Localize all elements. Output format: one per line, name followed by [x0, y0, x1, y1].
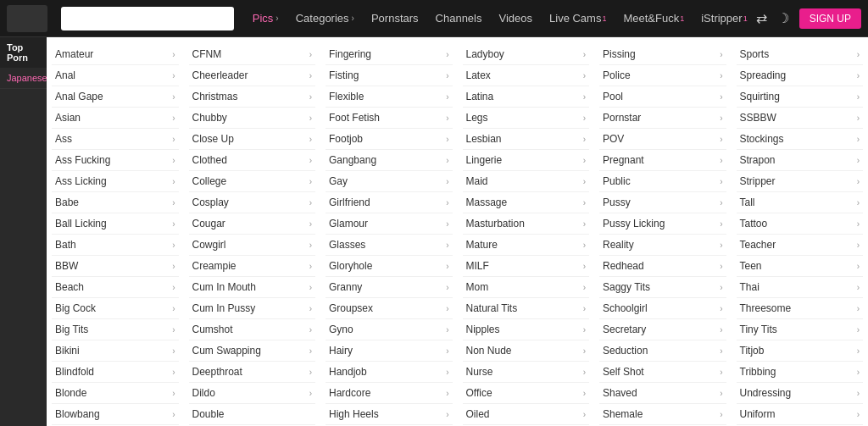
cat-item[interactable]: MILF› — [463, 256, 590, 277]
cat-item[interactable]: Undressing› — [737, 383, 864, 404]
cat-item[interactable]: Latina› — [463, 86, 590, 108]
nav-istripper[interactable]: iStripper1 — [693, 0, 755, 37]
sidebar-item-japanese[interactable]: Japanese — [0, 68, 47, 89]
cat-item[interactable]: Tiny Tits› — [737, 319, 864, 340]
cat-item[interactable]: Asian› — [52, 108, 179, 129]
cat-item[interactable]: Cum Swapping› — [189, 340, 316, 362]
cat-item[interactable]: Blowbang› — [52, 404, 179, 425]
cat-item[interactable]: Office› — [463, 383, 590, 404]
cat-item[interactable]: Gay› — [326, 171, 453, 192]
cat-item[interactable]: Uniform› — [737, 404, 864, 425]
cat-item[interactable]: Shaved› — [599, 383, 726, 404]
cat-item[interactable]: College› — [189, 171, 316, 192]
cat-item[interactable]: Gloryhole› — [326, 256, 453, 277]
cat-item[interactable]: Close Up› — [189, 129, 316, 150]
cat-item[interactable]: Legs› — [463, 108, 590, 129]
cat-item[interactable]: Cowgirl› — [189, 235, 316, 256]
search-bar[interactable] — [61, 7, 234, 30]
cat-item[interactable]: Lingerie› — [463, 150, 590, 171]
cat-item[interactable]: Police› — [599, 65, 726, 86]
cat-item[interactable]: POV› — [599, 129, 726, 150]
cat-item[interactable]: Blindfold› — [52, 362, 179, 383]
cat-item[interactable]: Pussy› — [599, 192, 726, 213]
cat-item[interactable]: Cum In Pussy› — [189, 298, 316, 319]
cat-item[interactable]: Titjob› — [737, 340, 864, 362]
cat-item[interactable]: Hardcore› — [326, 383, 453, 404]
cat-item[interactable]: Fingering› — [326, 44, 453, 65]
cat-item[interactable]: Foot Fetish› — [326, 108, 453, 129]
cat-item[interactable]: Pregnant› — [599, 150, 726, 171]
cat-item[interactable]: Schoolgirl› — [599, 298, 726, 319]
cat-item[interactable]: Beach› — [52, 277, 179, 298]
nav-pornstars[interactable]: Pornstars — [363, 0, 427, 37]
nav-meetfuck[interactable]: Meet&Fuck1 — [615, 0, 693, 37]
cat-item[interactable]: Bikini› — [52, 340, 179, 362]
cat-item[interactable]: Tribbing› — [737, 362, 864, 383]
cat-item[interactable]: Big Tits› — [52, 319, 179, 340]
cat-item[interactable]: Footjob› — [326, 129, 453, 150]
cat-item[interactable]: Cheerleader› — [189, 65, 316, 86]
cat-item[interactable]: Creampie› — [189, 256, 316, 277]
cat-item[interactable]: CFNM› — [189, 44, 316, 65]
cat-item[interactable]: Natural Tits› — [463, 298, 590, 319]
cat-item[interactable]: Christmas› — [189, 86, 316, 108]
cat-item[interactable]: Double — [189, 404, 316, 425]
cat-item[interactable]: Threesome› — [737, 298, 864, 319]
cat-item[interactable]: SSBBW› — [737, 108, 864, 129]
cat-item[interactable]: Non Nude› — [463, 340, 590, 362]
cat-item[interactable]: Fisting› — [326, 65, 453, 86]
cat-item[interactable]: Ass Fucking› — [52, 150, 179, 171]
cat-item[interactable]: Thai› — [737, 277, 864, 298]
cat-item[interactable]: Groupsex› — [326, 298, 453, 319]
cat-item[interactable]: Massage› — [463, 192, 590, 213]
cat-item[interactable]: Blonde› — [52, 383, 179, 404]
cat-item[interactable]: Latex› — [463, 65, 590, 86]
cat-item[interactable]: Ladyboy› — [463, 44, 590, 65]
cat-item[interactable]: Tall› — [737, 192, 864, 213]
cat-item[interactable]: Sports› — [737, 44, 864, 65]
cat-item[interactable]: Nurse› — [463, 362, 590, 383]
cat-item[interactable]: Ball Licking› — [52, 213, 179, 235]
moon-icon[interactable]: ☽ — [777, 10, 789, 26]
cat-item[interactable]: Gangbang› — [326, 150, 453, 171]
cat-item[interactable]: Chubby› — [189, 108, 316, 129]
cat-item[interactable]: Hairy› — [326, 340, 453, 362]
cat-item[interactable]: Cumshot› — [189, 319, 316, 340]
cat-item[interactable]: Granny› — [326, 277, 453, 298]
cat-item[interactable]: Oiled› — [463, 404, 590, 425]
nav-pics[interactable]: Pics › — [244, 0, 287, 37]
cat-item[interactable]: Public› — [599, 171, 726, 192]
cat-item[interactable]: Spreading› — [737, 65, 864, 86]
cat-item[interactable]: Pool› — [599, 86, 726, 108]
cat-item[interactable]: Seduction› — [599, 340, 726, 362]
cat-item[interactable]: BBW› — [52, 256, 179, 277]
cat-item[interactable]: Lesbian› — [463, 129, 590, 150]
cat-item[interactable]: Ass› — [52, 129, 179, 150]
nav-categories[interactable]: Categories › — [287, 0, 363, 37]
cat-item[interactable]: Mature› — [463, 235, 590, 256]
cat-item[interactable]: Glamour› — [326, 213, 453, 235]
cat-item[interactable]: Deepthroat› — [189, 362, 316, 383]
cat-item[interactable]: Anal Gape› — [52, 86, 179, 108]
cat-item[interactable]: Glasses› — [326, 235, 453, 256]
cat-item[interactable]: Reality› — [599, 235, 726, 256]
signup-button[interactable]: SIGN UP — [799, 8, 861, 29]
cat-item[interactable]: Clothed› — [189, 150, 316, 171]
cat-item[interactable]: Amateur› — [52, 44, 179, 65]
cat-item[interactable]: Flexible› — [326, 86, 453, 108]
cat-item[interactable]: Girlfriend› — [326, 192, 453, 213]
cat-item[interactable]: Stockings› — [737, 129, 864, 150]
cat-item[interactable]: Pornstar› — [599, 108, 726, 129]
cat-item[interactable]: Cougar› — [189, 213, 316, 235]
nav-channels[interactable]: Channels — [427, 0, 491, 37]
cat-item[interactable]: Pissing› — [599, 44, 726, 65]
cat-item[interactable]: Babe› — [52, 192, 179, 213]
cat-item[interactable]: Pussy Licking› — [599, 213, 726, 235]
cat-item[interactable]: Saggy Tits› — [599, 277, 726, 298]
cat-item[interactable]: Redhead› — [599, 256, 726, 277]
cat-item[interactable]: Secretary› — [599, 319, 726, 340]
cat-item[interactable]: Strapon› — [737, 150, 864, 171]
cat-item[interactable]: Shemale› — [599, 404, 726, 425]
cat-item[interactable]: Handjob› — [326, 362, 453, 383]
cat-item[interactable]: Teen› — [737, 256, 864, 277]
